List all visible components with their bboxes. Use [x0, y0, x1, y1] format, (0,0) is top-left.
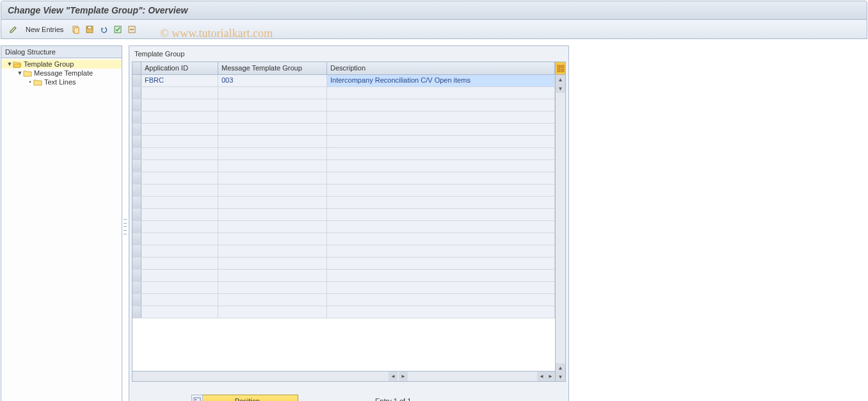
cell-empty[interactable] [327, 172, 555, 184]
cell-empty[interactable] [141, 221, 218, 233]
cell-empty[interactable] [327, 209, 555, 220]
table-row-empty[interactable] [133, 270, 555, 282]
splitter-handle[interactable] [124, 218, 127, 236]
cell-description[interactable]: Intercompany Reconciliation C/V Open ite… [327, 75, 555, 86]
tree-item-message-template[interactable]: ▼Message Template [1, 69, 122, 78]
table-row-empty[interactable] [133, 209, 555, 221]
cell-empty[interactable] [327, 111, 555, 123]
cell-empty[interactable] [327, 136, 555, 147]
cell-empty[interactable] [218, 172, 327, 184]
table-row-empty[interactable] [133, 87, 555, 99]
table-row-empty[interactable] [133, 111, 555, 124]
row-selector[interactable] [133, 245, 141, 257]
scroll-right-icon[interactable]: ► [399, 372, 408, 381]
collapse-icon[interactable]: ▼ [6, 61, 13, 67]
cell-message-template-group[interactable]: 003 [218, 75, 327, 86]
undo-icon[interactable] [98, 24, 109, 35]
cell-empty[interactable] [327, 294, 555, 306]
select-all-icon[interactable] [112, 24, 124, 35]
cell-empty[interactable] [218, 99, 327, 111]
cell-empty[interactable] [141, 245, 218, 257]
cell-empty[interactable] [327, 160, 555, 172]
row-selector[interactable] [133, 282, 141, 293]
cell-empty[interactable] [218, 209, 327, 220]
cell-empty[interactable] [327, 197, 555, 208]
cell-application-id[interactable]: FBRC [141, 75, 218, 86]
table-row-empty[interactable] [133, 233, 555, 245]
cell-empty[interactable] [218, 197, 327, 208]
scroll-down-icon[interactable]: ▼ [556, 84, 565, 93]
toggle-edit-icon[interactable] [8, 24, 19, 35]
scroll-left-end-icon[interactable]: ◄ [537, 372, 546, 381]
table-row[interactable]: FBRC003Intercompany Reconciliation C/V O… [133, 75, 555, 87]
table-row-empty[interactable] [133, 148, 555, 160]
cell-empty[interactable] [141, 124, 218, 135]
row-selector-header[interactable] [133, 62, 141, 74]
scroll-right-end-icon[interactable]: ► [546, 372, 555, 381]
deselect-all-icon[interactable] [126, 24, 138, 35]
column-header-application-id[interactable]: Application ID [141, 62, 218, 74]
table-row-empty[interactable] [133, 99, 555, 111]
row-selector[interactable] [133, 209, 141, 220]
cell-empty[interactable] [141, 111, 218, 123]
row-selector[interactable] [133, 111, 141, 123]
cell-empty[interactable] [327, 124, 555, 135]
cell-empty[interactable] [218, 124, 327, 135]
cell-empty[interactable] [327, 184, 555, 196]
table-row-empty[interactable] [133, 160, 555, 172]
cell-empty[interactable] [218, 148, 327, 160]
tree-item-text-lines[interactable]: •Text Lines [1, 78, 122, 86]
cell-empty[interactable] [141, 209, 218, 220]
table-row-empty[interactable] [133, 306, 555, 318]
row-selector[interactable] [133, 160, 141, 172]
row-selector[interactable] [133, 172, 141, 184]
cell-empty[interactable] [141, 87, 218, 99]
scroll-left-icon[interactable]: ◄ [389, 372, 398, 381]
cell-empty[interactable] [141, 136, 218, 147]
scroll-up-end-icon[interactable]: ▲ [556, 363, 565, 372]
new-entries-button[interactable]: New Entries [22, 24, 67, 35]
horizontal-scrollbar[interactable]: ◄ ► ◄ ► [133, 371, 555, 381]
cell-empty[interactable] [141, 160, 218, 172]
table-row-empty[interactable] [133, 221, 555, 233]
cell-empty[interactable] [327, 148, 555, 160]
cell-empty[interactable] [141, 172, 218, 184]
table-settings-icon[interactable] [556, 62, 565, 75]
cell-empty[interactable] [218, 294, 327, 306]
cell-empty[interactable] [218, 282, 327, 293]
table-row-empty[interactable] [133, 294, 555, 306]
table-row-empty[interactable] [133, 245, 555, 258]
cell-empty[interactable] [218, 245, 327, 257]
row-selector[interactable] [133, 270, 141, 281]
row-selector[interactable] [133, 136, 141, 147]
cell-empty[interactable] [141, 148, 218, 160]
copy-icon[interactable] [70, 24, 81, 35]
cell-empty[interactable] [141, 270, 218, 281]
cell-empty[interactable] [218, 258, 327, 269]
column-header-description[interactable]: Description [327, 62, 555, 74]
row-selector[interactable] [133, 87, 141, 99]
row-selector[interactable] [133, 124, 141, 135]
cell-empty[interactable] [141, 294, 218, 306]
cell-empty[interactable] [327, 245, 555, 257]
cell-empty[interactable] [218, 87, 327, 99]
row-selector[interactable] [133, 294, 141, 306]
table-row-empty[interactable] [133, 258, 555, 270]
cell-empty[interactable] [218, 233, 327, 245]
cell-empty[interactable] [327, 221, 555, 233]
row-selector[interactable] [133, 258, 141, 269]
table-row-empty[interactable] [133, 124, 555, 136]
cell-empty[interactable] [327, 282, 555, 293]
cell-empty[interactable] [218, 136, 327, 147]
cell-empty[interactable] [141, 282, 218, 293]
row-selector[interactable] [133, 184, 141, 196]
cell-empty[interactable] [141, 197, 218, 208]
scroll-down-end-icon[interactable]: ▼ [556, 372, 565, 381]
tree-item-template-group[interactable]: ▼Template Group [1, 60, 122, 69]
scroll-up-icon[interactable]: ▲ [556, 75, 565, 84]
cell-empty[interactable] [141, 258, 218, 269]
cell-empty[interactable] [218, 184, 327, 196]
position-button[interactable]: Position... [202, 395, 298, 401]
column-header-message-template-group[interactable]: Message Template Group [218, 62, 327, 74]
cell-empty[interactable] [141, 184, 218, 196]
